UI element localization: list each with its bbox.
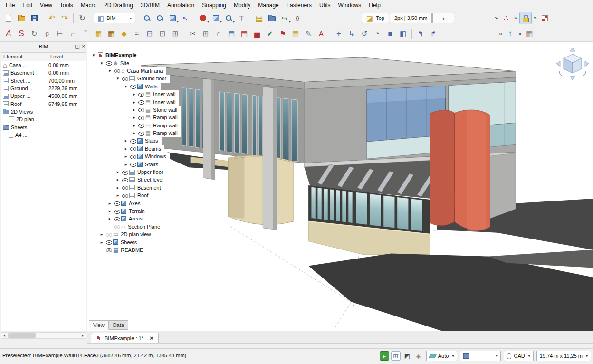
render-toggle-button[interactable]: ▸ bbox=[380, 351, 389, 361]
expand-arrow-icon[interactable]: ▾ bbox=[106, 68, 113, 73]
move-button[interactable]: + bbox=[333, 28, 345, 40]
toolbar-overflow-button[interactable]: » bbox=[517, 30, 523, 37]
menu-2d-drafting[interactable]: 2D Drafting bbox=[100, 1, 137, 10]
rotate-button[interactable]: ↺ bbox=[358, 28, 371, 40]
visibility-eye-icon[interactable] bbox=[122, 184, 128, 191]
tree-item-site[interactable]: ▾⊕Site bbox=[90, 59, 133, 67]
panel-row-ground[interactable]: Ground ...2229,39 mm bbox=[1, 85, 86, 92]
tree-item-casa-martirana[interactable]: ▾⌂Casa Martirana bbox=[90, 67, 166, 75]
grid-button[interactable]: ▦ bbox=[105, 28, 117, 40]
redo-button[interactable]: ↷ bbox=[58, 12, 71, 24]
views-folder-button[interactable] bbox=[266, 12, 278, 24]
tree-item-2d-plan-view[interactable]: ▸▭2D plan view bbox=[90, 230, 154, 238]
draft-text-button[interactable]: A bbox=[2, 28, 15, 40]
toolbar-overflow-button[interactable]: » bbox=[493, 15, 499, 21]
panel-titlebar[interactable]: BIM ◰ × bbox=[0, 42, 87, 51]
menu-view[interactable]: View bbox=[36, 1, 56, 10]
visibility-eye-icon[interactable] bbox=[122, 177, 128, 183]
downgrade-button[interactable]: ↰ bbox=[414, 28, 427, 40]
visibility-eye-icon[interactable] bbox=[106, 239, 112, 245]
toolbar-overflow-button[interactable]: » bbox=[532, 15, 538, 21]
clipping-toggle-button[interactable]: ⊞ bbox=[391, 351, 401, 361]
spreadsheet-button[interactable]: ▦ bbox=[289, 28, 302, 40]
expand-arrow-icon[interactable]: ▸ bbox=[115, 185, 121, 190]
sketch-arc-button[interactable]: ↻ bbox=[28, 28, 40, 40]
expand-arrow-icon[interactable]: ▸ bbox=[98, 232, 105, 237]
menu-tools[interactable]: Tools bbox=[56, 1, 77, 10]
working-plane-view-button[interactable]: ♯ bbox=[41, 28, 53, 40]
tree-item-bimexample[interactable]: ▾BIMExample bbox=[90, 51, 140, 59]
panel-row-2d-plan[interactable]: 2D plan ... bbox=[1, 115, 86, 123]
expand-arrow-icon[interactable]: ▸ bbox=[115, 177, 121, 182]
text-annotate-button[interactable]: A bbox=[315, 28, 327, 40]
polyline-button[interactable]: ⌐ bbox=[67, 28, 79, 40]
expand-arrow-icon[interactable]: ▸ bbox=[106, 216, 113, 221]
zoom-fit-button[interactable] bbox=[141, 12, 153, 24]
visibility-eye-icon[interactable] bbox=[106, 60, 112, 66]
menu-utils[interactable]: Utils bbox=[316, 1, 334, 10]
expand-arrow-icon[interactable]: ▸ bbox=[131, 115, 137, 120]
zoom-selection-button[interactable] bbox=[153, 12, 166, 24]
menu-edit[interactable]: Edit bbox=[19, 1, 36, 10]
dimension-button[interactable]: ⊢ bbox=[54, 28, 66, 40]
visibility-eye-icon[interactable] bbox=[122, 192, 128, 199]
document-tab[interactable]: BIMExample : 1* × bbox=[91, 333, 159, 343]
panel-row-street[interactable]: Street ...700,00 mm bbox=[1, 77, 86, 85]
panel-row-roof[interactable]: Roof6749,65 mm bbox=[1, 100, 86, 107]
draw-style-button[interactable]: ◩ bbox=[402, 351, 412, 361]
toolbar-overflow-button[interactable]: » bbox=[497, 30, 504, 37]
expand-arrow-icon[interactable]: ▸ bbox=[98, 240, 105, 245]
panel-row-2d-views[interactable]: 2D Views bbox=[1, 108, 86, 115]
zoom-tools-button[interactable]: ▾ bbox=[222, 12, 235, 24]
visibility-eye-icon[interactable] bbox=[114, 200, 120, 206]
toolbar-overflow-button[interactable]: » bbox=[513, 15, 519, 21]
panel-button[interactable]: ⊟ bbox=[143, 28, 156, 40]
tree-item-basement[interactable]: ▸Basement bbox=[90, 184, 164, 192]
expand-arrow-icon[interactable]: ▾ bbox=[90, 53, 97, 57]
axonometric-view-button[interactable]: ▾ bbox=[210, 12, 222, 24]
visibility-eye-icon[interactable] bbox=[138, 130, 144, 136]
navigation-style-selector[interactable]: CAD ▾ bbox=[504, 351, 533, 361]
preflight-checks-button[interactable]: ✔ bbox=[264, 28, 276, 40]
panel-row-sheets[interactable]: Sheets bbox=[1, 123, 86, 131]
expand-arrow-icon[interactable]: ▸ bbox=[131, 131, 137, 135]
raise-level-button[interactable]: ↑ bbox=[504, 28, 516, 40]
visibility-eye-icon[interactable] bbox=[114, 216, 120, 222]
schedule-button[interactable]: ▤ bbox=[225, 28, 238, 40]
tab-data[interactable]: Data bbox=[109, 320, 128, 330]
tree-item-ramp-wall[interactable]: ▸▤Ramp wall bbox=[90, 114, 181, 121]
visibility-eye-icon[interactable] bbox=[114, 223, 120, 230]
expand-arrow-icon[interactable]: ▾ bbox=[123, 84, 129, 89]
float-panel-icon[interactable]: ◰ bbox=[75, 43, 79, 49]
new-file-button[interactable] bbox=[2, 12, 15, 24]
section-view-button[interactable]: ▾ bbox=[197, 12, 209, 24]
tree-item-areas[interactable]: ▸Areas bbox=[90, 215, 146, 222]
navigation-cube[interactable] bbox=[555, 46, 590, 81]
visibility-eye-icon[interactable] bbox=[114, 208, 120, 214]
visibility-eye-icon[interactable] bbox=[122, 169, 128, 175]
workbench-selector[interactable]: ◧BIM▾ bbox=[94, 13, 135, 23]
structure-tools-button[interactable]: ∴ bbox=[500, 12, 512, 24]
tree-item-stone-wall[interactable]: ▸▤Stone wall bbox=[90, 106, 181, 114]
visibility-eye-icon[interactable] bbox=[130, 153, 136, 160]
quantities-button[interactable]: ▅ bbox=[251, 28, 263, 40]
menu-manage[interactable]: Manage bbox=[254, 1, 282, 10]
difference-button[interactable]: ◧ bbox=[397, 28, 409, 40]
visibility-eye-icon[interactable] bbox=[138, 91, 144, 97]
close-tab-icon[interactable]: × bbox=[150, 335, 153, 342]
tab-view[interactable]: View bbox=[89, 320, 109, 330]
offset-button[interactable]: ↳ bbox=[345, 28, 358, 40]
shape-2d-view-button[interactable]: ⊞ bbox=[169, 28, 182, 40]
expand-arrow-icon[interactable]: ▸ bbox=[131, 123, 137, 128]
expand-arrow-icon[interactable]: ▸ bbox=[123, 138, 129, 143]
extrude-button[interactable]: ■ bbox=[384, 28, 396, 40]
tree-item-roof[interactable]: ▸Roof bbox=[90, 192, 152, 199]
tree-item-ramp-wall[interactable]: ▸▤Ramp wall bbox=[90, 122, 181, 129]
column-header-element[interactable]: Element bbox=[1, 53, 48, 61]
expand-arrow-icon[interactable]: ▸ bbox=[115, 193, 121, 198]
expand-arrow-icon[interactable]: ▾ bbox=[98, 61, 105, 66]
lock-button[interactable] bbox=[519, 12, 532, 24]
tree-item-beams[interactable]: ▸Beams bbox=[90, 145, 164, 153]
column-header-level[interactable]: Level bbox=[48, 53, 86, 61]
expand-arrow-icon[interactable]: ▸ bbox=[106, 209, 113, 213]
